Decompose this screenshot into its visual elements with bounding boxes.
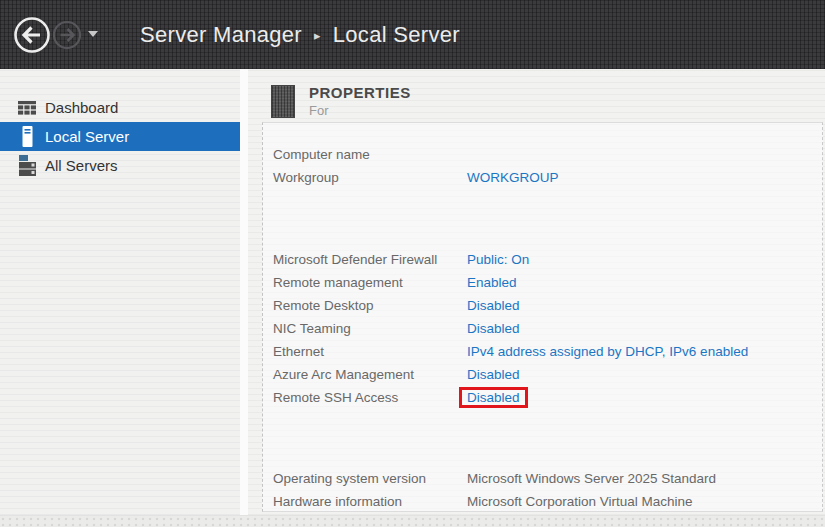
sidebar-item-label: Local Server [45,128,129,145]
panel-spacer [263,189,822,248]
back-button[interactable] [13,16,51,54]
back-arrow-icon [13,16,51,54]
property-row-ethernet: Ethernet IPv4 address assigned by DHCP, … [263,340,822,363]
server-tower-icon [16,126,38,148]
forward-button[interactable] [52,20,82,50]
property-label: Workgroup [273,170,467,185]
breadcrumb-root[interactable]: Server Manager [140,22,302,48]
forward-arrow-icon [52,20,82,50]
sidebar-item-local-server[interactable]: Local Server [0,122,240,151]
window-bottom-edge [0,515,825,527]
property-row-azure-arc: Azure Arc Management Disabled [263,363,822,386]
property-label: Remote management [273,275,467,290]
title-bar: Server Manager ▸ Local Server [0,0,825,69]
property-value-link[interactable]: IPv4 address assigned by DHCP, IPv6 enab… [467,344,822,359]
sidebar-item-label: All Servers [45,157,118,174]
property-row-remote-ssh: Remote SSH Access Disabled [263,386,822,409]
breadcrumb-separator-icon: ▸ [314,28,321,43]
property-label: Microsoft Defender Firewall [273,252,467,267]
property-row-remote-management: Remote management Enabled [263,271,822,294]
dashboard-grid-icon [16,97,38,119]
property-label: Azure Arc Management [273,367,467,382]
sidebar-item-all-servers[interactable]: All Servers [0,151,240,180]
property-value-link[interactable]: Enabled [467,275,822,290]
property-label: Remote Desktop [273,298,467,313]
property-row-computer-name: Computer name [263,143,822,166]
property-label: Computer name [273,147,467,162]
property-value-static: Microsoft Windows Server 2025 Standard [467,471,822,486]
property-row-defender-firewall: Microsoft Defender Firewall Public: On [263,248,822,271]
property-value-static: Microsoft Corporation Virtual Machine [467,494,822,509]
properties-tile-icon [271,85,295,118]
sidebar-item-dashboard[interactable]: Dashboard [0,93,240,122]
property-row-remote-desktop: Remote Desktop Disabled [263,294,822,317]
property-value-link[interactable]: Disabled [467,298,822,313]
property-row-hardware-info: Hardware information Microsoft Corporati… [263,490,822,512]
property-label: Hardware information [273,494,467,509]
nav-history-caret-icon[interactable] [88,31,98,37]
property-value-link[interactable]: Public: On [467,252,822,267]
breadcrumb-current[interactable]: Local Server [333,22,460,48]
main-pane: PROPERTIES For Computer name Workgroup W… [248,69,825,515]
property-row-os-version: Operating system version Microsoft Windo… [263,467,822,490]
panel-spacer [263,409,822,467]
sidebar: Dashboard Local Server [0,69,240,515]
properties-section-header: PROPERTIES For [248,69,825,122]
property-label: Remote SSH Access [273,390,467,405]
property-row-workgroup: Workgroup WORKGROUP [263,166,822,189]
property-value-link[interactable]: WORKGROUP [467,170,822,185]
property-row-nic-teaming: NIC Teaming Disabled [263,317,822,340]
breadcrumb: Server Manager ▸ Local Server [140,0,460,69]
property-label: Operating system version [273,471,467,486]
sidebar-item-label: Dashboard [45,99,118,116]
property-value-link[interactable]: Disabled [467,390,520,405]
property-label: Ethernet [273,344,467,359]
property-value-link[interactable]: Disabled [467,321,822,336]
server-stack-icon [16,155,38,177]
sidebar-content-divider [240,69,248,515]
section-title: PROPERTIES [309,84,411,101]
property-value-link[interactable]: Disabled [467,367,822,382]
highlight-annotation-box: Disabled [459,387,528,408]
property-label: NIC Teaming [273,321,467,336]
properties-panel: Computer name Workgroup WORKGROUP Micros… [262,122,823,512]
section-subtitle: For [309,103,411,118]
